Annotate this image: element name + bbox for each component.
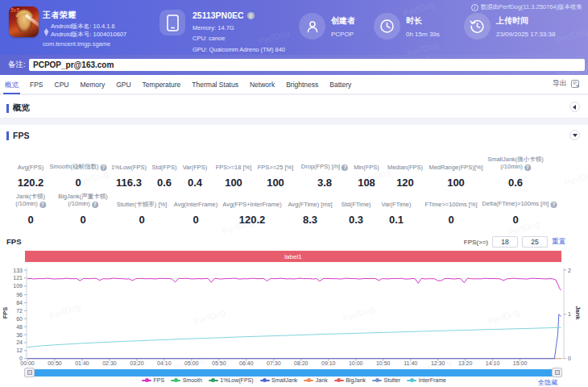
stat-fps>=18-%-: FPS>=18 [%]100 [216,158,252,189]
legend-item-interframe[interactable]: InterFrame [407,377,446,383]
stat-label: Jank(卡顿)(/10min)? [15,193,46,209]
stat-value: 100 [225,177,242,189]
legend-item-fps[interactable]: FPS [142,377,164,383]
android-version-icon [43,25,49,40]
svg-text:07:30: 07:30 [267,360,281,366]
overview-collapse-button[interactable] [569,102,580,112]
tab-thermal-status[interactable]: Thermal Status [192,75,238,94]
tab-fps[interactable]: FPS [30,75,43,94]
legend-item-1-low-fps-[interactable]: 1%Low(FPS) [209,377,254,383]
stat-std-ftime-: Std(FTime)0.3 [341,195,371,226]
svg-text:09:10: 09:10 [321,360,336,366]
chart-scrollbar-right-handle[interactable] [552,368,562,377]
legend-item-jank[interactable]: Jank [304,377,327,383]
app-title: 王者荣耀 [43,10,77,21]
stat-value: 120 [396,177,414,189]
svg-text:24: 24 [16,339,23,345]
legend-item-bigjank[interactable]: BigJank [334,377,366,383]
stat-value: 120.2 [18,177,44,189]
legend-mark [171,380,180,381]
stat-value: 0.3 [349,214,363,226]
svg-text:2: 2 [568,268,571,273]
remark-input[interactable] [29,59,585,71]
creator-icon [299,13,325,40]
legend-label: FPS [154,377,165,383]
svg-text:12: 12 [16,347,23,353]
legend-label: Smooth [183,377,202,383]
hide-all-link[interactable]: 全隐藏 [538,378,557,387]
stat-value: 120.2 [239,214,266,226]
svg-text:96: 96 [16,292,23,298]
legend-item-smalljank[interactable]: SmallJank [260,377,298,383]
stat-value: 0.1 [389,214,404,226]
report-header: PerfDogPerfDogPerfDogPerfDog 5v5 王者荣耀 An… [0,0,588,55]
stat-jank-: Jank(卡顿)(/10min)?0 [15,195,46,226]
svg-text:10:00: 10:00 [349,360,363,366]
stat-label: Avg(FTime) [ms] [288,201,332,209]
stat-smooth-: Smooth(稳帧指数)?0 [50,158,107,189]
stat-label: Avg(FPS) [18,164,43,172]
help-icon[interactable]: ? [100,164,106,171]
legend-label: InterFrame [419,377,446,383]
stat-smalljank-: SmallJank(微小卡顿)(/10min)?0.6 [487,158,544,189]
overview-accent-bar [6,104,9,113]
tab-概览[interactable]: 概览 [5,75,19,94]
legend-item-smooth[interactable]: Smooth [171,377,202,383]
fps-line-chart[interactable]: 0122436486072849610912113301200:0000:500… [0,234,588,387]
tab-cpu[interactable]: CPU [55,75,69,94]
stat-label: FPS>=18 [%] [216,164,252,172]
upload-time-icon [464,13,491,40]
svg-text:FPS: FPS [2,307,9,319]
stat-label: Median(FPS) [387,164,423,172]
stat-value: 108 [358,177,375,189]
chart-scrollbar[interactable] [24,368,562,377]
stat-value: 0 [448,214,453,226]
chart-scrollbar-left-handle[interactable] [24,368,35,377]
tab-brightness[interactable]: Brightness [286,75,318,94]
remark-label: 备注: [8,60,26,70]
tab-memory[interactable]: Memory [80,75,105,94]
help-icon[interactable]: ? [550,202,557,208]
tab-network[interactable]: Network [250,75,275,94]
stat-value: 100 [267,177,284,189]
upload-time-value: 23/09/2025 17:33:38 [496,31,555,38]
help-icon[interactable]: ? [39,202,46,208]
svg-text:0: 0 [568,356,571,361]
svg-text:84: 84 [16,300,23,306]
overview-section: 概览 [0,95,588,119]
svg-text:02:30: 02:30 [102,360,117,366]
stat-avg-interframe-: Avg(InterFrame)0 [174,195,217,226]
legend-label: SmallJank [271,377,297,383]
help-icon[interactable]: ? [342,164,348,171]
svg-text:10:50: 10:50 [376,360,391,366]
svg-text:48: 48 [16,324,23,330]
watermark: PerfDog [406,40,440,55]
svg-text:03:20: 03:20 [130,360,144,366]
device-info-icon[interactable]: i [247,12,255,19]
app-package: com.tencent.tmgp.sgame [43,40,110,48]
help-icon[interactable]: ? [92,202,98,208]
stat-label: Stutter(卡顿率) [%] [117,201,168,209]
chart-scrollbar-track[interactable] [24,369,562,377]
stat-label: 1%Low(FPS) [111,164,147,172]
stat-std-fps-: Std(FPS)0.6 [152,158,177,189]
help-icon[interactable]: ? [524,164,531,171]
fps-collapse-button[interactable] [569,130,580,140]
game-icon-badge: 5v5 [10,7,19,13]
stat-label: Var(FTime) [381,201,411,209]
device-cpu: CPU: canoe [193,35,354,42]
stat-label: Avg(InterFrame) [174,201,217,209]
fps-chart-block: FPS FPS(>=) 重置 label1 012243648607284961… [0,234,588,387]
duration-value: 0h 15m 39s [406,31,440,38]
tab-temperature[interactable]: Temperature [143,75,181,94]
stat-value: 100 [447,177,465,189]
stat-label: Smooth(稳帧指数)? [50,163,107,171]
export-button[interactable]: 导出 [553,78,580,89]
legend-item-stutter[interactable]: Stutter [372,377,400,383]
legend-mark [407,380,416,381]
tab-gpu[interactable]: GPU [116,75,130,94]
tab-battery[interactable]: Battery [329,75,351,94]
android-version-code: Android版本号: 1004010607 [51,31,126,39]
stat-label: BigJank(严重卡顿)(/10min)? [58,193,108,209]
svg-text:36: 36 [16,332,23,338]
